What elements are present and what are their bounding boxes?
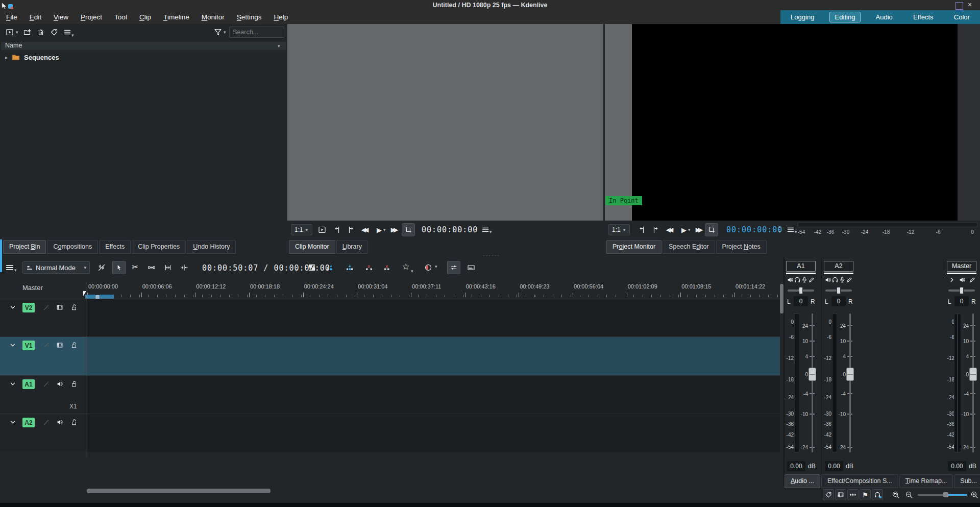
zoom-out-button[interactable] [903,489,915,500]
collapse-track-icon[interactable] [9,304,16,311]
menu-project[interactable]: Project [75,10,108,24]
pan-value[interactable]: 0 [954,296,969,306]
timeline-menu-dropdown-icon[interactable]: ▾ [14,268,17,273]
project-timecode-spinner[interactable]: ▴▾ [778,225,780,234]
tag-toggle-button[interactable] [823,489,834,500]
favorite-effects-button[interactable]: ☆ [400,261,411,272]
gain-value[interactable]: 0.00 [948,461,966,471]
edit-mode-combo[interactable]: Normal Mode ▾ [22,261,90,274]
track-label-a1[interactable]: A1 [22,379,35,389]
volume-fader[interactable] [969,368,977,381]
expand-icon[interactable] [948,276,955,283]
clip-monitor-menu-dropdown-icon[interactable]: ▾ [489,230,492,234]
track-effects-icon[interactable] [43,380,50,388]
project-fast-forward-button[interactable]: ▶▶ [693,224,704,235]
project-monitor-menu-dropdown-icon[interactable]: ▾ [795,230,797,234]
zone-tool-button[interactable] [162,262,174,273]
tab-effects[interactable]: Effects [99,240,131,254]
pan-slider[interactable] [787,287,815,294]
solo-icon[interactable] [794,276,801,283]
zoom-slider-handle[interactable] [943,492,948,497]
slip-tool-button[interactable] [179,262,190,273]
track-label-v1[interactable]: V1 [22,341,35,350]
set-in-point-button[interactable] [332,224,343,235]
record-monitor-icon[interactable] [801,276,808,283]
clip-timecode-spinner[interactable]: ▴▾ [473,225,475,234]
bin-item-sequences[interactable]: ▸ Sequences [1,53,286,62]
tab-speech-editor[interactable]: Speech Editor [663,240,715,254]
mute-track-icon[interactable] [56,380,63,388]
maximize-button[interactable] [955,2,963,10]
snap-toggle-button[interactable] [847,489,859,500]
track-body-v1[interactable] [85,337,780,375]
timeline-timecode-dropdown-icon[interactable]: ▾ [295,268,298,273]
collapse-track-icon[interactable] [9,380,16,388]
menu-timeline[interactable]: Timeline [157,10,195,24]
show-video-icon[interactable] [56,342,63,349]
menu-edit[interactable]: Edit [23,10,47,24]
tab-compositions[interactable]: Compositions [47,240,98,254]
add-clip-button[interactable] [4,27,15,38]
menu-monitor[interactable]: Monitor [195,10,231,24]
menu-settings[interactable]: Settings [231,10,268,24]
track-row-a1[interactable]: A1X1 [0,375,780,414]
fast-forward-button[interactable]: ▶▶ [388,224,399,235]
track-body-v2[interactable] [85,299,780,336]
record-dropdown-icon[interactable]: ▾ [435,264,437,269]
volume-fader[interactable] [846,368,854,381]
project-zoom-combo[interactable]: 1:1▾ [608,224,630,235]
markers-toggle-button[interactable]: ⚑ [860,489,871,500]
zoom-fit-button[interactable] [890,489,901,500]
mixer-track-button-a2[interactable]: A2 [824,261,853,272]
track-effects-icon[interactable] [43,419,50,426]
pan-value[interactable]: 0 [831,296,846,306]
project-set-in-button[interactable] [636,224,648,235]
mixer-track-button-master[interactable]: Master [947,261,976,272]
mute-icon[interactable] [824,276,831,283]
timeline-vertical-scrollbar[interactable] [780,284,783,313]
project-play-dropdown-icon[interactable]: ▾ [688,228,691,232]
tag-button[interactable] [48,27,60,38]
tab-undo-history[interactable]: Undo History [187,240,236,254]
timeline-horizontal-scrollbar[interactable] [87,489,271,493]
playhead-line[interactable] [86,282,86,457]
filter-icon[interactable] [212,27,224,38]
filter-dropdown-icon[interactable]: ▾ [224,30,226,35]
project-rewind-button[interactable]: ◀◀ [663,224,674,235]
create-folder-button[interactable] [22,27,33,38]
bin-column-header[interactable]: Name ▾ [1,42,286,50]
collapse-track-icon[interactable] [9,342,16,349]
track-body-a2[interactable] [85,414,780,452]
pan-handle[interactable] [799,287,803,294]
spacer-tool-button[interactable] [146,262,157,273]
timeline-menu-button[interactable] [4,262,15,273]
collapse-track-icon[interactable] [9,419,16,426]
clip-zoom-combo[interactable]: 1:1▾ [291,224,312,235]
extract-zone-button[interactable] [363,262,375,273]
track-row-v1[interactable]: V1 [0,336,780,375]
razor-tool-button[interactable]: ✂ [130,261,141,273]
bin-menu-dropdown-icon[interactable]: ▾ [71,33,74,38]
tree-expander-icon[interactable]: ▸ [5,55,8,60]
timeline-ruler[interactable]: 00:00:00:0000:00:06:0600:00:12:1200:00:1… [85,282,780,297]
workspace-tab-logging[interactable]: Logging [785,12,820,22]
lock-track-icon[interactable] [70,380,78,388]
lock-track-icon[interactable] [70,304,78,311]
add-clip-dropdown-icon[interactable]: ▾ [16,30,18,35]
video-thumbnails-toggle-button[interactable] [835,489,846,500]
track-label-a2[interactable]: A2 [22,418,35,427]
column-dropdown-icon[interactable]: ▾ [278,44,280,49]
menu-help[interactable]: Help [268,10,295,24]
rewind-button[interactable]: ◀◀ [358,224,370,235]
tab-clip-monitor[interactable]: Clip Monitor [289,240,335,254]
project-timecode[interactable]: 00:00:00:00 [726,225,782,234]
zoom-slider-track-left[interactable] [918,494,943,496]
pan-handle[interactable] [960,287,964,294]
tab-project-notes[interactable]: Project Notes [716,240,767,254]
gain-value[interactable]: 0.00 [825,461,843,471]
search-input[interactable] [229,27,284,38]
lock-track-icon[interactable] [70,342,78,349]
zoom-slider-track-right[interactable] [948,494,967,496]
menu-file[interactable]: File [0,10,23,24]
mute-icon[interactable] [787,276,794,283]
